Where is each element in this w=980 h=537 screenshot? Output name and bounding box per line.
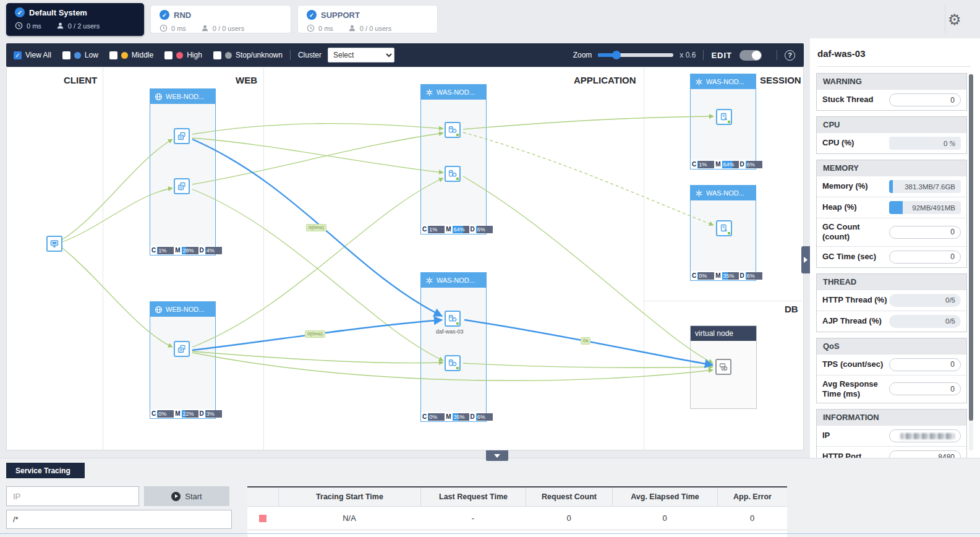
tab-service-tracing[interactable]: Service Tracing	[6, 463, 85, 478]
ip-filter-input[interactable]	[6, 486, 139, 506]
status-green-square	[456, 367, 459, 369]
cpu-label: CPU (%)	[822, 138, 889, 148]
gc-count-label: GC Count (count)	[822, 222, 889, 243]
system-card-default[interactable]: Default System 0 ms 0 / 2 users	[6, 3, 144, 36]
tps-label: TPS (count/sec)	[822, 359, 889, 369]
divider	[817, 66, 971, 67]
node-virtual-db[interactable]: virtual node	[690, 325, 757, 409]
was-instance-icon-daf-was-03[interactable]	[445, 311, 461, 327]
system-card-support[interactable]: SUPPORT 0 ms 0 / 0 users	[297, 5, 438, 33]
zoom-slider-knob[interactable]	[612, 51, 621, 59]
was-flower-icon	[425, 277, 433, 285]
toolbar-separator	[703, 50, 704, 60]
session-instance-icon[interactable]	[716, 220, 732, 236]
toolbar-separator	[777, 50, 777, 60]
node-stats: C0% M22% D3%	[150, 409, 215, 418]
globe-icon	[155, 306, 163, 314]
sidebar-collapse-button[interactable]	[801, 246, 810, 273]
http-thread-value: 0/5	[889, 294, 961, 307]
was-instance-icon[interactable]	[445, 122, 461, 138]
topology-edges	[7, 67, 804, 451]
thread-panel: THREAD HTTP Thread (%) 0/5 AJP Thread (%…	[816, 273, 967, 332]
http-port-label: HTTP Port	[822, 452, 889, 458]
status-green-square	[456, 134, 459, 136]
tier-label-db: DB	[785, 304, 798, 314]
panel-header: QoS	[817, 338, 966, 354]
toolbar-separator	[290, 50, 291, 60]
stop-unknown-checkbox[interactable]	[213, 51, 221, 59]
url-pattern-input[interactable]	[6, 510, 232, 529]
web-instance-icon[interactable]	[174, 178, 190, 194]
instance-title: daf-was-03	[817, 48, 866, 59]
node-title: WAS-NOD...	[437, 277, 475, 284]
edit-toggle-knob	[752, 51, 761, 60]
sidebar-scrollbar-thumb[interactable]	[969, 74, 973, 421]
node-title: WAS-NOD...	[706, 189, 744, 197]
edge-latency-label: 0s	[581, 337, 590, 345]
system-name: Default System	[29, 8, 87, 17]
collapse-bottom-button[interactable]	[486, 450, 508, 461]
low-checkbox[interactable]	[62, 51, 70, 59]
node-session-2[interactable]: WAS-NOD... C0% M35% D6%	[690, 185, 756, 281]
user-icon	[348, 24, 356, 32]
low-label: Low	[85, 51, 98, 59]
status-green-square	[456, 178, 459, 180]
tier-label-application: APPLICATION	[574, 75, 636, 85]
ajp-thread-value: 0/5	[889, 315, 961, 328]
node-web-2[interactable]: WEB-NOD... C0% M22% D3%	[150, 301, 216, 419]
node-title: virtual node	[695, 329, 733, 338]
node-session-1[interactable]: WAS-NOD... C1% M64% D6%	[690, 74, 756, 170]
ip-label: IP	[822, 431, 889, 440]
clock-icon	[307, 24, 315, 32]
gc-time-label: GC Time (sec)	[822, 252, 889, 262]
view-all-checkbox[interactable]	[14, 51, 22, 59]
high-checkbox[interactable]	[164, 51, 173, 59]
node-web-1[interactable]: WEB-NOD... C1% M28% D4%	[150, 88, 216, 256]
edge-latency-label: 0(0ms)	[305, 330, 325, 338]
settings-gear-icon[interactable]: ⚙	[948, 12, 961, 27]
was-instance-icon[interactable]	[445, 166, 461, 182]
stuck-thread-label: Stuck Thread	[822, 95, 889, 105]
avg-response-label: Avg Response Time (ms)	[822, 379, 889, 400]
node-stats: C1% M28% D4%	[150, 246, 215, 255]
middle-checkbox[interactable]	[109, 51, 117, 59]
edit-label: EDIT	[711, 51, 732, 60]
topology-canvas[interactable]: CLIENT WEB APPLICATION SESSION DB	[6, 67, 804, 450]
stuck-thread-value: 0	[889, 93, 961, 106]
client-node-icon[interactable]	[46, 236, 62, 252]
avg-response-value: 0	[889, 382, 961, 395]
web-instance-icon[interactable]	[174, 128, 190, 144]
session-instance-icon[interactable]	[716, 109, 732, 125]
column-last-request-time: Last Request Time	[420, 488, 526, 506]
cluster-select[interactable]: Select	[328, 48, 394, 62]
system-users: 0 / 2 users	[68, 22, 100, 30]
cpu-value-bar: 0%	[889, 137, 961, 150]
tps-value: 0	[889, 358, 961, 371]
db-instance-icon[interactable]	[715, 359, 731, 375]
table-row[interactable]: N/A - 0 0 0	[247, 507, 787, 530]
edge-latency-label: 0(0ms)	[306, 224, 326, 231]
node-was-2[interactable]: WAS-NOD... daf-was-03 C0% M35% D6%	[420, 272, 487, 422]
node-title: WAS-NOD...	[706, 78, 744, 85]
node-was-1[interactable]: WAS-NOD... C1% M64% D6%	[420, 84, 487, 234]
status-green-square	[728, 232, 730, 234]
status-square-icon	[259, 515, 266, 522]
sidebar-scrollbar[interactable]	[969, 74, 973, 450]
chevron-right-icon	[804, 257, 807, 263]
edit-toggle[interactable]	[739, 50, 762, 61]
was-flower-icon	[695, 189, 703, 197]
cell-last-request-time: -	[420, 507, 526, 530]
heap-label: Heap (%)	[822, 202, 889, 212]
start-tracing-button[interactable]: Start	[144, 486, 229, 506]
system-latency: 0 ms	[171, 25, 186, 32]
zoom-slider[interactable]	[598, 53, 673, 57]
system-card-rnd[interactable]: RND 0 ms 0 / 0 users	[150, 5, 291, 33]
heap-value-bar: 92MB/491MB	[889, 201, 961, 214]
topbar-divider	[945, 5, 945, 33]
status-green-square	[456, 322, 459, 325]
was-instance-icon[interactable]	[445, 355, 461, 371]
web-instance-icon[interactable]	[174, 341, 190, 357]
clock-icon	[15, 22, 23, 30]
gc-time-value: 0	[889, 251, 961, 264]
help-icon[interactable]	[785, 50, 795, 61]
